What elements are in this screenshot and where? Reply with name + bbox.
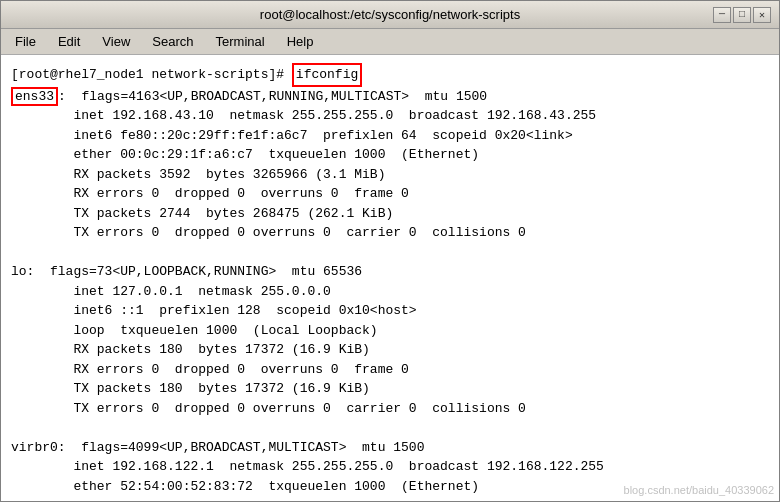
prompt-text: [root@rhel7_node1 network-scripts]# — [11, 65, 292, 85]
terminal-line-6: TX packets 2744 bytes 268475 (262.1 KiB) — [11, 204, 769, 224]
empty-line-2 — [11, 418, 769, 438]
menu-bar: File Edit View Search Terminal Help — [1, 29, 779, 55]
terminal-line-0: ens33: flags=4163<UP,BROADCAST,RUNNING,M… — [11, 87, 769, 107]
menu-terminal[interactable]: Terminal — [206, 31, 275, 52]
terminal-line-10: inet 127.0.0.1 netmask 255.0.0.0 — [11, 282, 769, 302]
terminal-line-11: inet6 ::1 prefixlen 128 scopeid 0x10<hos… — [11, 301, 769, 321]
terminal-line-18: virbr0: flags=4099<UP,BROADCAST,MULTICAS… — [11, 438, 769, 458]
terminal-line-9: lo: flags=73<UP,LOOPBACK,RUNNING> mtu 65… — [11, 262, 769, 282]
terminal-line-5: RX errors 0 dropped 0 overruns 0 frame 0 — [11, 184, 769, 204]
title-bar: root@localhost:/etc/sysconfig/network-sc… — [1, 1, 779, 29]
empty-line-1 — [11, 243, 769, 263]
terminal-line-13: RX packets 180 bytes 17372 (16.9 KiB) — [11, 340, 769, 360]
terminal-line-3: ether 00:0c:29:1f:a6:c7 txqueuelen 1000 … — [11, 145, 769, 165]
menu-view[interactable]: View — [92, 31, 140, 52]
terminal-line-4: RX packets 3592 bytes 3265966 (3.1 MiB) — [11, 165, 769, 185]
menu-file[interactable]: File — [5, 31, 46, 52]
terminal-line-1: inet 192.168.43.10 netmask 255.255.255.0… — [11, 106, 769, 126]
terminal-line-2: inet6 fe80::20c:29ff:fe1f:a6c7 prefixlen… — [11, 126, 769, 146]
menu-help[interactable]: Help — [277, 31, 324, 52]
minimize-button[interactable]: ─ — [713, 7, 731, 23]
prompt-line: [root@rhel7_node1 network-scripts]# ifco… — [11, 63, 769, 87]
window-controls: ─ □ ✕ — [713, 7, 771, 23]
menu-search[interactable]: Search — [142, 31, 203, 52]
terminal-line-14: RX errors 0 dropped 0 overruns 0 frame 0 — [11, 360, 769, 380]
terminal-line-16: TX errors 0 dropped 0 overruns 0 carrier… — [11, 399, 769, 419]
maximize-button[interactable]: □ — [733, 7, 751, 23]
command-highlighted: ifconfig — [292, 63, 362, 87]
watermark: blog.csdn.net/baidu_40339062 — [624, 484, 774, 496]
window-title: root@localhost:/etc/sysconfig/network-sc… — [260, 7, 520, 22]
interface-name-ens33: ens33 — [11, 87, 58, 106]
terminal-line-15: TX packets 180 bytes 17372 (16.9 KiB) — [11, 379, 769, 399]
terminal-line-19: inet 192.168.122.1 netmask 255.255.255.0… — [11, 457, 769, 477]
close-button[interactable]: ✕ — [753, 7, 771, 23]
terminal-line-7: TX errors 0 dropped 0 overruns 0 carrier… — [11, 223, 769, 243]
menu-edit[interactable]: Edit — [48, 31, 90, 52]
terminal-window: root@localhost:/etc/sysconfig/network-sc… — [0, 0, 780, 502]
terminal-line-12: loop txqueuelen 1000 (Local Loopback) — [11, 321, 769, 341]
terminal-area[interactable]: [root@rhel7_node1 network-scripts]# ifco… — [1, 55, 779, 501]
